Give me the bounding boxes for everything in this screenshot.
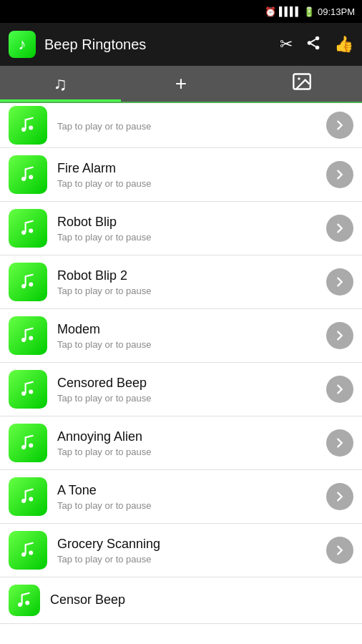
ringtone-hint: Tap to play or to pause bbox=[57, 393, 326, 404]
svg-point-20 bbox=[29, 443, 33, 447]
list-item[interactable]: Grocery Scanning Tap to play or to pause bbox=[0, 524, 362, 577]
svg-point-6 bbox=[298, 77, 300, 80]
ringtone-info: Censored Beep Tap to play or to pause bbox=[57, 375, 326, 404]
ringtone-info: Censor Beep bbox=[50, 592, 353, 608]
svg-point-11 bbox=[21, 230, 26, 235]
chevron-button[interactable] bbox=[326, 537, 353, 564]
music-icon-box bbox=[9, 531, 47, 570]
chevron-button[interactable] bbox=[326, 112, 353, 139]
status-icons: ⏰ ▌▌▌▌ 🔋 09:13PM bbox=[265, 6, 355, 17]
svg-point-12 bbox=[29, 228, 33, 233]
svg-point-16 bbox=[29, 336, 33, 340]
music-tab-icon: ♫ bbox=[54, 73, 68, 95]
svg-point-23 bbox=[21, 552, 26, 557]
svg-point-1 bbox=[308, 41, 312, 45]
svg-point-26 bbox=[25, 600, 29, 605]
music-icon-box bbox=[9, 263, 47, 301]
chevron-button[interactable] bbox=[326, 161, 353, 188]
ringtone-hint: Tap to play or to pause bbox=[57, 232, 326, 243]
list-item[interactable]: Robot Blip 2 Tap to play or to pause bbox=[0, 255, 362, 309]
list-item[interactable]: Tap to play or to pause bbox=[0, 103, 362, 148]
music-icon-box bbox=[9, 209, 47, 248]
tab-image[interactable] bbox=[241, 66, 362, 102]
svg-point-18 bbox=[29, 389, 33, 394]
battery-icon: 🔋 bbox=[303, 6, 315, 17]
status-bar: ⏰ ▌▌▌▌ 🔋 09:13PM bbox=[0, 0, 362, 23]
ringtone-info: A Tone Tap to play or to pause bbox=[57, 482, 326, 511]
music-icon-box bbox=[9, 316, 47, 355]
scissors-icon[interactable]: ✂ bbox=[280, 35, 293, 54]
alarm-icon: ⏰ bbox=[265, 6, 276, 17]
ringtone-info: Annoying Alien Tap to play or to pause bbox=[57, 429, 326, 457]
chevron-button[interactable] bbox=[326, 376, 353, 403]
list-item[interactable]: Censor Beep bbox=[0, 577, 362, 624]
ringtone-list: Tap to play or to pause Fire Alarm Tap t… bbox=[0, 103, 362, 644]
svg-point-0 bbox=[315, 36, 320, 40]
ringtone-hint: Tap to play or to pause bbox=[57, 178, 326, 189]
music-icon-box bbox=[9, 424, 47, 462]
svg-point-19 bbox=[21, 445, 26, 449]
chevron-button[interactable] bbox=[326, 429, 353, 457]
thumbsup-icon[interactable]: 👍 bbox=[334, 35, 353, 54]
tab-add[interactable]: + bbox=[121, 66, 242, 102]
app-logo: ♪ bbox=[9, 31, 36, 58]
chevron-button[interactable] bbox=[326, 483, 353, 510]
image-tab-icon bbox=[292, 72, 312, 96]
signal-icon: ▌▌▌▌ bbox=[279, 6, 300, 16]
ringtone-name: A Tone bbox=[57, 482, 326, 499]
ringtone-info: Robot Blip Tap to play or to pause bbox=[57, 214, 326, 243]
svg-line-4 bbox=[311, 39, 315, 42]
chevron-button[interactable] bbox=[326, 215, 353, 242]
svg-point-13 bbox=[21, 284, 26, 288]
ringtone-info: Tap to play or to pause bbox=[57, 119, 326, 132]
ringtone-info: Robot Blip 2 Tap to play or to pause bbox=[57, 268, 326, 296]
svg-point-2 bbox=[315, 45, 320, 49]
svg-point-10 bbox=[29, 175, 33, 179]
ringtone-hint: Tap to play or to pause bbox=[57, 554, 326, 565]
chevron-button[interactable] bbox=[326, 322, 353, 349]
time-display: 09:13PM bbox=[318, 6, 355, 17]
svg-point-17 bbox=[21, 391, 26, 396]
ringtone-hint: Tap to play or to pause bbox=[57, 286, 326, 296]
list-item[interactable]: Modem Tap to play or to pause bbox=[0, 309, 362, 363]
ringtone-info: Fire Alarm Tap to play or to pause bbox=[57, 160, 326, 189]
tab-bar: ♫ + bbox=[0, 66, 362, 103]
app-title: Beep Ringtones bbox=[44, 36, 271, 53]
ringtone-hint: Tap to play or to pause bbox=[57, 339, 326, 350]
app-toolbar: ♪ Beep Ringtones ✂ 👍 bbox=[0, 23, 362, 66]
list-item[interactable]: Fire Alarm Tap to play or to pause bbox=[0, 148, 362, 202]
music-icon-box bbox=[9, 370, 47, 409]
list-item[interactable]: Annoying Alien Tap to play or to pause bbox=[0, 416, 362, 470]
ringtone-name: Fire Alarm bbox=[57, 160, 326, 177]
add-tab-icon: + bbox=[175, 72, 187, 95]
ringtone-hint: Tap to play or to pause bbox=[57, 500, 326, 511]
ringtone-name: Robot Blip bbox=[57, 214, 326, 230]
logo-music-icon: ♪ bbox=[19, 35, 26, 54]
svg-point-9 bbox=[21, 177, 26, 181]
share-icon[interactable] bbox=[305, 35, 321, 54]
music-icon-box bbox=[9, 155, 47, 194]
ringtone-info: Modem Tap to play or to pause bbox=[57, 321, 326, 350]
ringtone-name: Robot Blip 2 bbox=[57, 268, 326, 284]
music-icon-box bbox=[9, 477, 47, 516]
ringtone-info: Grocery Scanning Tap to play or to pause bbox=[57, 536, 326, 565]
list-item[interactable]: Censored Beep Tap to play or to pause bbox=[0, 363, 362, 416]
toolbar-actions: ✂ 👍 bbox=[280, 35, 353, 54]
list-item[interactable]: A Tone Tap to play or to pause bbox=[0, 470, 362, 524]
ringtone-hint: Tap to play or to pause bbox=[57, 121, 326, 132]
music-icon-box bbox=[9, 106, 47, 145]
list-item[interactable]: Robot Blip Tap to play or to pause bbox=[0, 202, 362, 255]
svg-point-14 bbox=[29, 282, 33, 286]
svg-point-21 bbox=[21, 499, 26, 503]
svg-line-3 bbox=[311, 44, 315, 47]
chevron-button[interactable] bbox=[326, 268, 353, 296]
ringtone-name: Grocery Scanning bbox=[57, 536, 326, 552]
svg-point-22 bbox=[29, 497, 33, 501]
ringtone-name: Annoying Alien bbox=[57, 429, 326, 445]
ringtone-name: Censor Beep bbox=[50, 592, 353, 608]
ringtone-name: Modem bbox=[57, 321, 326, 338]
svg-point-25 bbox=[18, 602, 22, 607]
music-icon-box bbox=[9, 585, 40, 616]
tab-music[interactable]: ♫ bbox=[0, 66, 121, 102]
svg-point-8 bbox=[29, 125, 33, 130]
